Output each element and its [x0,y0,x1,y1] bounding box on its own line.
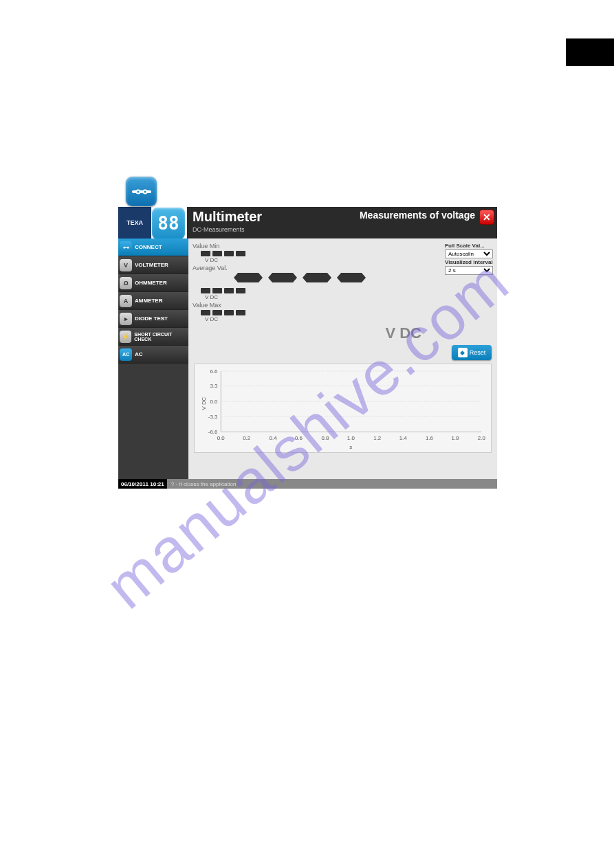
svg-text:0.0: 0.0 [217,435,226,441]
svg-text:2.0: 2.0 [478,435,486,441]
content-area: Value Min V DC Average Val. V DC Value M… [188,238,497,479]
mode-title: Measurements of voltage [360,210,475,221]
svg-text:-3.3: -3.3 [208,414,218,420]
voltmeter-icon: V [120,259,132,271]
svg-text:0.6: 0.6 [295,435,303,441]
svg-text:1.8: 1.8 [451,435,459,441]
app-header: TEXA 88 Multimeter DC-Measurements Measu… [118,207,497,238]
ac-icon: AC [120,348,132,361]
sidebar-item-ammeter[interactable]: A AMMETER [118,292,188,310]
page-corner [566,38,614,66]
sidebar-item-diode[interactable]: ▸ DIODE TEST [118,310,188,328]
reset-button[interactable]: ◆ Reset [452,345,492,360]
diode-icon: ▸ [120,313,132,325]
reset-icon: ◆ [458,348,468,357]
chart-y-ticks: 6.6 3.3 0.0 -3.3 -6.6 [208,368,218,436]
svg-text:-6.6: -6.6 [208,429,218,435]
fullscale-select[interactable]: Autoscalin [445,249,493,258]
digit-logo: 88 [152,208,185,239]
app-subtitle: DC-Measurements [193,226,492,233]
texa-logo: TEXA [118,207,151,238]
sidebar-item-voltmeter[interactable]: V VOLTMETER [118,256,188,274]
sidebar-item-label: DIODE TEST [135,315,168,322]
interval-select[interactable]: 2 s [445,266,493,275]
sidebar-item-label: SHORT CIRCUIT CHECK [134,332,188,342]
multimeter-app: TEXA 88 Multimeter DC-Measurements Measu… [118,207,497,489]
average-val-label: Average Val. [193,265,445,271]
sidebar-item-label: VOLTMETER [135,262,168,268]
sidebar-item-label: AMMETER [135,298,162,304]
average-val-display [234,273,445,282]
controls-panel: Full Scale Val... Autoscalin Visualized … [445,241,493,322]
avg-mini-unit: V DC [205,294,445,300]
sidebar-item-label: OHMMETER [135,280,167,286]
app-footer: 06/10/2011 10:21 ? - It closes the appli… [118,479,497,489]
svg-text:1.6: 1.6 [426,435,434,441]
value-min-label: Value Min [193,243,445,249]
sidebar-item-short-circuit[interactable]: ⚡ SHORT CIRCUIT CHECK [118,328,188,346]
avg-mini-display [201,288,445,293]
reading-unit: V DC [385,324,421,342]
svg-text:1.4: 1.4 [399,435,408,441]
svg-text:1.0: 1.0 [347,435,355,441]
sidebar-item-label: CONNECT [135,244,162,250]
svg-text:0.2: 0.2 [243,435,250,441]
interval-label: Visualized interval [445,260,493,265]
short-circuit-icon: ⚡ [120,331,131,343]
value-min-unit: V DC [205,257,445,263]
svg-text:6.6: 6.6 [210,368,218,375]
reset-label: Reset [470,349,486,356]
connect-icon: ⊶ [120,241,132,254]
close-button[interactable]: ✕ [479,210,494,225]
chart: 6.6 3.3 0.0 -3.3 -6.6 0.0 0.2 0.4 0.6 0.… [194,364,492,453]
title-bar: Multimeter DC-Measurements Measurements … [187,207,497,238]
sidebar-item-label: AC [135,351,143,357]
value-max-unit: V DC [205,316,445,322]
chart-ylabel: V DC [201,397,207,410]
chart-grid [221,371,481,432]
svg-text:0.8: 0.8 [321,435,329,441]
svg-text:0.0: 0.0 [210,399,218,405]
footer-hint: ? - It closes the application [167,481,237,487]
value-max-label: Value Max [193,302,445,309]
value-max-display [201,310,445,315]
svg-rect-0 [132,190,151,193]
sidebar-item-ac[interactable]: AC AC [118,346,188,364]
sidebar-item-ohmmeter[interactable]: Ω OHMMETER [118,274,188,292]
footer-timestamp: 06/10/2011 10:21 [118,479,167,489]
connect-icon-large [126,177,157,206]
ammeter-icon: A [120,295,132,307]
value-min-display [201,251,445,256]
svg-text:0.4: 0.4 [270,435,278,441]
chart-x-ticks: 0.0 0.2 0.4 0.6 0.8 1.0 1.2 1.4 1.6 1.8 … [217,435,486,441]
svg-point-4 [144,190,146,192]
svg-text:1.2: 1.2 [373,435,381,441]
sidebar: ⊶ CONNECT V VOLTMETER Ω OHMMETER A AMMET… [118,238,188,479]
svg-text:3.3: 3.3 [210,383,218,389]
svg-point-3 [137,190,139,192]
fullscale-label: Full Scale Val... [445,243,493,249]
sidebar-item-connect[interactable]: ⊶ CONNECT [118,238,188,256]
chart-xlabel: s [349,444,352,450]
ohmmeter-icon: Ω [120,277,132,289]
